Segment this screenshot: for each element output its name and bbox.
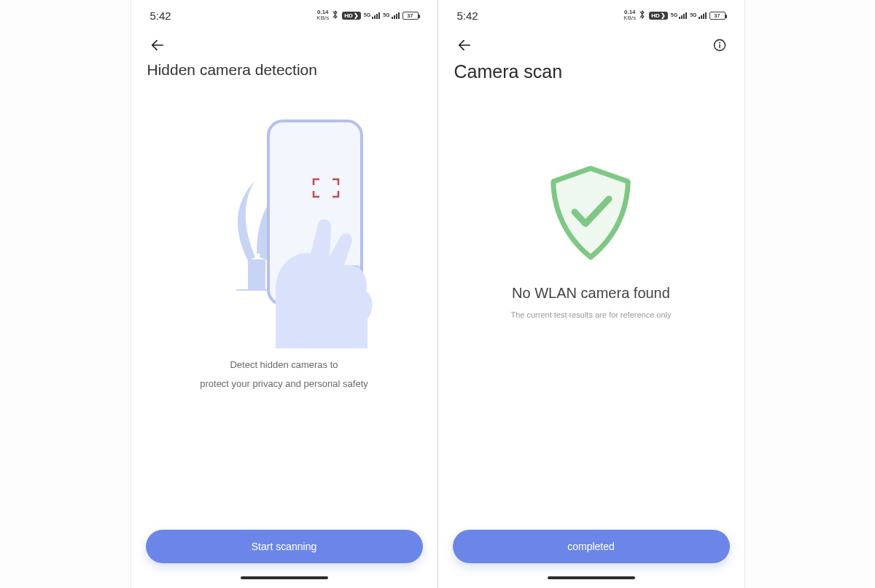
back-button[interactable] <box>453 34 476 57</box>
home-indicator[interactable] <box>241 576 328 579</box>
info-button[interactable] <box>709 35 730 55</box>
back-button[interactable] <box>146 34 169 57</box>
svg-point-4 <box>719 42 720 44</box>
svg-rect-5 <box>719 44 720 48</box>
shield-check-icon <box>543 162 638 267</box>
status-indicators: 0.14KB/s HD❯ 5G 5G 37 <box>316 9 418 22</box>
status-time: 5:42 <box>457 9 478 22</box>
network-speed: 0.14KB/s <box>623 9 636 21</box>
hd-badge: HD❯ <box>342 12 361 20</box>
nav-bar <box>146 31 423 60</box>
start-scanning-button[interactable]: Start scanning <box>146 530 423 563</box>
completed-button[interactable]: completed <box>453 530 730 563</box>
bluetooth-icon <box>332 9 339 22</box>
page-title: Hidden camera detection <box>147 61 423 79</box>
description-line-1: Detect hidden cameras to <box>200 356 368 375</box>
bluetooth-icon <box>639 9 646 22</box>
status-bar: 5:42 0.14KB/s HD❯ 5G 5G 37 <box>453 3 730 28</box>
battery-icon: 37 <box>709 12 726 20</box>
status-indicators: 0.14KB/s HD❯ 5G 5G 37 <box>623 9 725 22</box>
screen-hidden-camera-detection: 5:42 0.14KB/s HD❯ 5G 5G 37 <box>131 0 438 588</box>
home-indicator[interactable] <box>548 576 635 579</box>
network-speed: 0.14KB/s <box>316 9 329 21</box>
battery-icon: 37 <box>402 12 419 20</box>
description: Detect hidden cameras to protect your pr… <box>200 356 368 393</box>
signal-icon-2: 5G <box>690 12 706 19</box>
detection-illustration: 02:36 <box>190 108 379 348</box>
hd-badge: HD❯ <box>649 12 668 20</box>
result-subtitle: The current test results are for referen… <box>510 310 671 319</box>
signal-icon-1: 5G <box>671 12 687 19</box>
signal-icon-1: 5G <box>364 12 380 19</box>
result-title: No WLAN camera found <box>512 285 670 302</box>
nav-bar <box>453 31 730 60</box>
status-bar: 5:42 0.14KB/s HD❯ 5G 5G 37 <box>146 3 423 28</box>
svg-rect-0 <box>248 259 265 290</box>
description-line-2: protect your privacy and personal safety <box>200 375 368 393</box>
screen-camera-scan: 5:42 0.14KB/s HD❯ 5G 5G 37 <box>438 0 744 588</box>
status-time: 5:42 <box>150 9 171 22</box>
page-title: Camera scan <box>454 61 730 82</box>
signal-icon-2: 5G <box>383 12 399 19</box>
